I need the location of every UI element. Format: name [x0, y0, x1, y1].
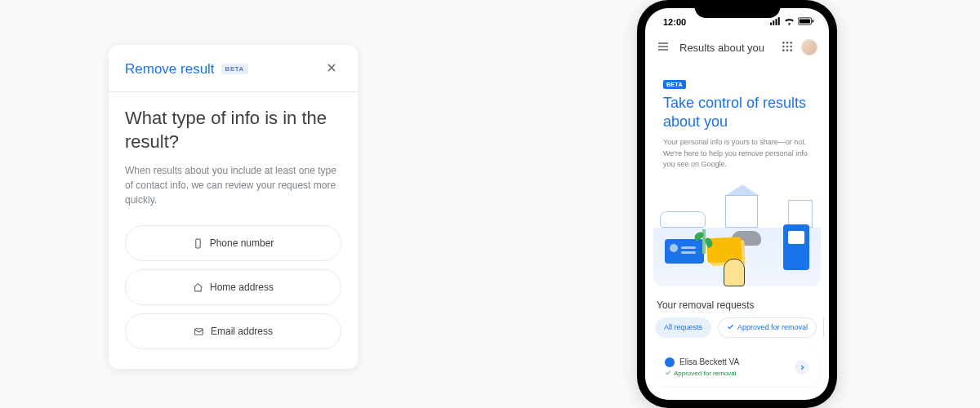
question-subtext: When results about you include at least …: [125, 163, 341, 207]
request-status-row: Approved for removal: [665, 370, 739, 378]
removal-requests-title: Your removal requests: [645, 286, 829, 317]
illustration-phone: [783, 224, 809, 270]
request-name: Elisa Beckett VA: [679, 357, 739, 366]
phone-notch: [694, 0, 780, 18]
option-phone-number[interactable]: Phone number: [125, 225, 341, 261]
illustration-building: [788, 200, 813, 228]
apps-grid-icon: [782, 41, 793, 55]
status-time: 12:00: [663, 17, 686, 27]
svg-point-23: [790, 49, 792, 51]
check-icon: [665, 370, 671, 378]
home-icon: [193, 282, 203, 293]
svg-point-17: [790, 42, 792, 44]
illustration-car: [660, 211, 706, 228]
illustration-plant: [702, 229, 706, 254]
signal-icon: [770, 17, 781, 27]
illustration-house: [725, 195, 758, 228]
check-icon: [727, 323, 734, 332]
beta-badge: BETA: [221, 64, 248, 74]
svg-point-22: [786, 49, 789, 51]
phone-screen: 12:00 Results about you: [645, 8, 829, 400]
illustration-hand: [724, 259, 745, 286]
question-heading: What type of info is in the result?: [125, 107, 341, 153]
filter-all-requests[interactable]: All requests: [655, 317, 711, 338]
hero-content: BETA Take control of results about you Y…: [653, 65, 821, 174]
hero-card: BETA Take control of results about you Y…: [653, 65, 821, 286]
card-title-wrap: Remove result BETA: [125, 61, 248, 78]
option-email-address[interactable]: Email address: [125, 313, 341, 349]
hero-beta-badge: BETA: [663, 80, 686, 89]
svg-point-16: [786, 42, 789, 44]
avatar[interactable]: [801, 39, 817, 55]
chevron-right-icon: [799, 361, 806, 374]
phone-mockup: 12:00 Results about you: [637, 0, 837, 408]
close-icon: [325, 61, 338, 77]
request-name-row: Elisa Beckett VA: [665, 357, 739, 367]
svg-rect-10: [800, 20, 810, 24]
illustration-id-card: [665, 239, 704, 264]
card-body: What type of info is in the result? When…: [109, 92, 358, 369]
battery-icon: [798, 17, 814, 27]
globe-icon: [665, 357, 675, 367]
request-status: Approved for removal: [674, 370, 736, 377]
header-actions: [782, 39, 817, 55]
hero-title: Take control of results about you: [663, 94, 811, 131]
email-icon: [194, 326, 204, 337]
svg-point-18: [782, 45, 785, 47]
close-button[interactable]: [322, 58, 341, 80]
request-expand-button[interactable]: [795, 360, 809, 375]
hero-description: Your personal info is yours to share—or …: [663, 137, 811, 171]
svg-rect-8: [778, 17, 780, 25]
filter-row: All requests Approved for removal: [645, 317, 829, 346]
svg-point-15: [782, 42, 785, 44]
app-header: Results about you: [645, 31, 829, 64]
app-title: Results about you: [679, 42, 772, 54]
request-info: Elisa Beckett VA Approved for removal: [665, 357, 739, 378]
card-header: Remove result BETA: [109, 45, 358, 92]
status-indicators: [770, 17, 814, 27]
option-label: Email address: [211, 326, 273, 337]
svg-rect-6: [773, 20, 774, 25]
svg-point-21: [782, 49, 785, 51]
apps-button[interactable]: [782, 41, 793, 55]
menu-button[interactable]: [657, 40, 670, 55]
filter-approved[interactable]: Approved for removal: [718, 317, 817, 338]
phone-icon: [193, 238, 203, 249]
wifi-icon: [784, 17, 795, 27]
chip-label: Approved for removal: [737, 323, 808, 331]
option-home-address[interactable]: Home address: [125, 269, 341, 305]
filter-chip-partial[interactable]: [823, 317, 824, 337]
card-title: Remove result: [125, 61, 215, 78]
svg-rect-5: [770, 23, 772, 25]
hero-illustration: [653, 180, 821, 286]
svg-point-20: [790, 45, 792, 47]
remove-result-card: Remove result BETA What type of info is …: [109, 45, 358, 369]
svg-point-19: [786, 45, 789, 47]
request-item[interactable]: Elisa Beckett VA Approved for removal: [655, 349, 819, 386]
svg-rect-11: [813, 20, 814, 22]
chip-label: All requests: [664, 323, 702, 331]
option-label: Phone number: [210, 237, 274, 249]
option-label: Home address: [210, 282, 274, 293]
hamburger-icon: [657, 40, 670, 55]
svg-rect-7: [776, 19, 777, 25]
